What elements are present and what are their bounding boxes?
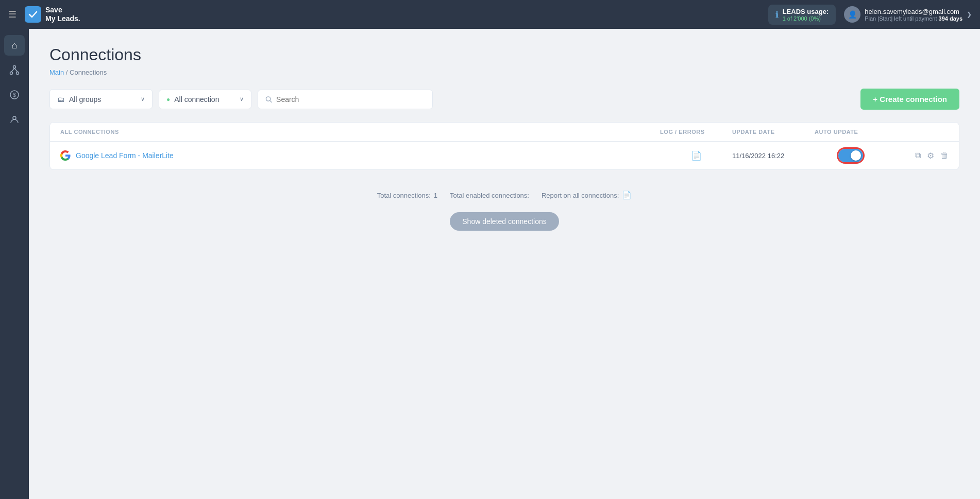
row-actions: ⧉ ⚙ 🗑 xyxy=(887,151,949,161)
logo: Save My Leads. xyxy=(25,6,80,23)
settings-icon[interactable]: ⚙ xyxy=(927,151,934,161)
svg-line-3 xyxy=(11,68,14,72)
google-icon xyxy=(60,150,71,161)
connection-dropdown[interactable]: ● All connection ∨ xyxy=(159,90,251,109)
svg-point-1 xyxy=(10,72,13,75)
folder-icon: 🗂 xyxy=(57,95,65,104)
logo-icon xyxy=(25,6,41,23)
leads-usage[interactable]: ℹ LEADS usage: 1 of 2'000 (0%) xyxy=(768,5,836,25)
hamburger-icon[interactable]: ☰ xyxy=(8,9,16,20)
log-icon[interactable]: 📄 xyxy=(691,150,702,161)
toggle-knob xyxy=(851,150,861,161)
search-box xyxy=(258,90,433,109)
table-row: Google Lead Form - MailerLite 📄 11/16/20… xyxy=(50,142,959,169)
chevron-down-icon: ∨ xyxy=(141,96,145,102)
user-info: helen.savemyleads@gmail.com Plan |Start|… xyxy=(865,8,962,22)
update-date: 11/16/2022 16:22 xyxy=(732,152,815,160)
chevron-down-icon: ❯ xyxy=(967,11,972,18)
svg-line-9 xyxy=(270,100,272,102)
topnav: ☰ Save My Leads. ℹ LEADS usage: 1 of 2'0… xyxy=(0,0,980,29)
delete-icon[interactable]: 🗑 xyxy=(940,151,949,160)
svg-line-4 xyxy=(14,68,18,72)
show-deleted-button[interactable]: Show deleted connections xyxy=(450,212,559,231)
sidebar-item-connections[interactable] xyxy=(4,60,25,80)
sidebar-item-home[interactable]: ⌂ xyxy=(4,35,25,56)
page-title: Connections xyxy=(49,45,959,64)
layout: ⌂ $ Connections Main / xyxy=(0,29,980,499)
user-menu[interactable]: 👤 helen.savemyleads@gmail.com Plan |Star… xyxy=(844,6,972,23)
auto-update-toggle[interactable] xyxy=(838,149,863,162)
svg-point-7 xyxy=(13,116,16,119)
logo-text: Save My Leads. xyxy=(45,6,80,23)
report-icon[interactable]: 📄 xyxy=(622,191,632,200)
user-plan: Plan |Start| left until payment 394 days xyxy=(865,15,962,22)
table-header: ALL CONNECTIONS LOG / ERRORS UPDATE DATE… xyxy=(50,123,959,142)
search-input[interactable] xyxy=(276,95,425,104)
connection-link[interactable]: Google Lead Form - MailerLite xyxy=(60,150,660,161)
copy-icon[interactable]: ⧉ xyxy=(915,151,921,160)
svg-point-0 xyxy=(13,66,16,68)
groups-dropdown[interactable]: 🗂 All groups ∨ xyxy=(49,89,153,109)
summary-row: Total connections: 1 Total enabled conne… xyxy=(49,182,959,208)
show-deleted-wrapper: Show deleted connections xyxy=(49,208,959,247)
toolbar: 🗂 All groups ∨ ● All connection ∨ xyxy=(49,89,959,110)
sidebar-item-billing[interactable]: $ xyxy=(4,84,25,105)
breadcrumb: Main / Connections xyxy=(49,68,959,76)
sidebar-item-account[interactable] xyxy=(4,109,25,130)
avatar: 👤 xyxy=(844,6,860,23)
main-content: Connections Main / Connections 🗂 All gro… xyxy=(29,29,980,499)
connection-status-icon: ● xyxy=(166,96,170,103)
report-all-connections: Report on all connections: 📄 xyxy=(542,191,632,200)
total-enabled-connections: Total enabled connections: xyxy=(450,192,529,199)
leads-usage-text: LEADS usage: 1 of 2'000 (0%) xyxy=(783,8,829,22)
info-icon: ℹ xyxy=(775,10,779,20)
chevron-down-icon: ∨ xyxy=(240,96,244,102)
svg-text:$: $ xyxy=(13,92,16,98)
svg-point-2 xyxy=(16,72,19,75)
search-icon xyxy=(265,96,272,103)
total-connections: Total connections: 1 xyxy=(377,192,437,199)
connections-table: ALL CONNECTIONS LOG / ERRORS UPDATE DATE… xyxy=(49,122,959,170)
sidebar: ⌂ $ xyxy=(0,29,29,499)
create-connection-button[interactable]: + Create connection xyxy=(860,89,959,110)
breadcrumb-main[interactable]: Main xyxy=(49,68,64,76)
